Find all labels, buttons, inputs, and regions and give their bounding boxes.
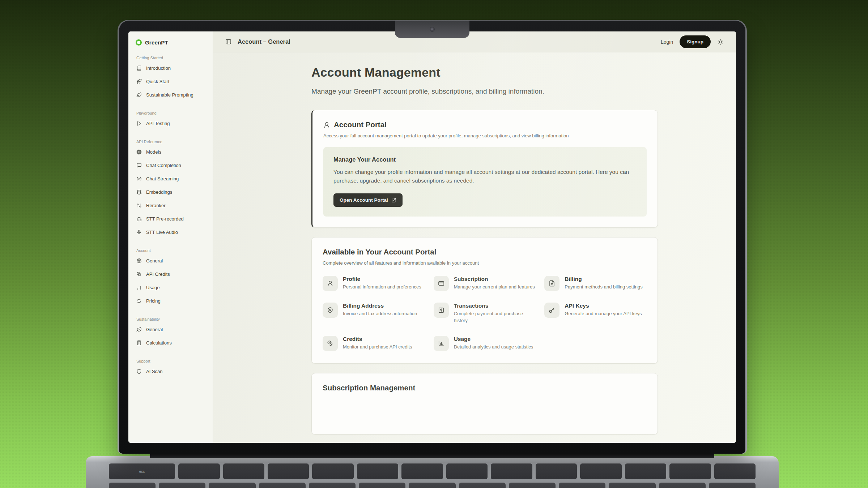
- feature-title: Profile: [343, 276, 421, 282]
- keyboard-key: [714, 463, 756, 479]
- bar-chart-icon: [136, 285, 142, 290]
- sidebar-item-label: Reranker: [146, 203, 165, 208]
- keyboard-key: 5: [359, 483, 405, 488]
- external-link-icon: [391, 198, 396, 203]
- sidebar-toggle-icon[interactable]: [225, 39, 231, 45]
- laptop-notch: [395, 21, 469, 38]
- account-portal-card-header: Account Portal: [323, 120, 647, 129]
- login-link[interactable]: Login: [661, 39, 673, 45]
- keyboard-key: [178, 463, 220, 479]
- sidebar-item-sustainable-prompting[interactable]: Sustainable Prompting: [134, 88, 207, 102]
- map-pin-icon: [327, 307, 333, 313]
- sidebar-item-account-general[interactable]: General: [134, 254, 207, 267]
- open-account-portal-button[interactable]: Open Account Portal: [333, 193, 403, 207]
- sidebar-item-api-testing[interactable]: API Testing: [134, 117, 207, 130]
- sidebar: GreenPT Getting Started Introduction Qui…: [128, 31, 213, 443]
- feature-iconbox: [323, 276, 338, 291]
- feature-profile: Profile Personal information and prefere…: [323, 276, 425, 291]
- keyboard-key: 3: [259, 483, 306, 488]
- sidebar-item-label: API Testing: [146, 121, 170, 126]
- keyboard-key: [536, 463, 577, 479]
- sidebar-item-chat-completion[interactable]: Chat Completion: [134, 159, 207, 172]
- sidebar-item-usage[interactable]: Usage: [134, 281, 207, 294]
- signup-button[interactable]: Signup: [680, 35, 711, 48]
- keyboard-key: `: [109, 483, 156, 488]
- subscription-management-card: Subscription Management: [311, 373, 658, 435]
- keyboard-key: 1: [159, 483, 205, 488]
- open-account-portal-label: Open Account Portal: [340, 197, 388, 203]
- feature-iconbox: [434, 303, 449, 318]
- sidebar-section-label: Getting Started: [134, 56, 207, 60]
- laptop-keyboard-deck: esc`1234567890-=tabqwertyuiop[]: [86, 456, 779, 488]
- keyboard-key: 7: [459, 483, 506, 488]
- sidebar-item-label: Calculations: [146, 340, 172, 346]
- sun-icon[interactable]: [717, 39, 724, 45]
- feature-title: API Keys: [565, 303, 642, 309]
- headphones-icon: [136, 216, 142, 222]
- shield-icon: [136, 369, 142, 374]
- gear-icon: [136, 258, 142, 264]
- feature-description: Generate and manage your API keys: [565, 311, 642, 317]
- feature-iconbox: [544, 276, 559, 291]
- feature-title: Credits: [343, 336, 412, 342]
- laptop-bezel: GreenPT Getting Started Introduction Qui…: [119, 21, 745, 454]
- dollar-icon: [136, 298, 142, 304]
- brand-logo[interactable]: GreenPT: [134, 39, 207, 46]
- chart-column-icon: [438, 340, 444, 347]
- sidebar-item-stt-pre-recorded[interactable]: STT Pre-recorded: [134, 212, 207, 226]
- keyboard-key: [491, 463, 532, 479]
- keyboard-key: 4: [309, 483, 356, 488]
- features-card: Available in Your Account Portal Complet…: [311, 237, 658, 364]
- sidebar-item-chat-streaming[interactable]: Chat Streaming: [134, 172, 207, 185]
- main-wrap: Account – General Login Signup Account M…: [213, 31, 736, 443]
- feature-api-keys: API Keys Generate and manage your API ke…: [544, 303, 647, 324]
- features-grid: Profile Personal information and prefere…: [323, 276, 647, 351]
- arrows-up-down-icon: [136, 203, 142, 208]
- page-subtitle: Manage your GreenPT account profile, sub…: [311, 87, 658, 95]
- sidebar-item-introduction[interactable]: Introduction: [134, 61, 207, 75]
- feature-title: Transactions: [454, 303, 536, 309]
- keyboard-key: [357, 463, 398, 479]
- feature-iconbox: [323, 303, 338, 318]
- sidebar-item-ai-scan[interactable]: AI Scan: [134, 365, 207, 378]
- sidebar-item-sustainability-general[interactable]: General: [134, 323, 207, 336]
- page-title: Account Management: [311, 65, 658, 80]
- sidebar-section-label: API Reference: [134, 140, 207, 144]
- content-column: Account Management Manage your GreenPT a…: [311, 65, 658, 435]
- topbar: Account – General Login Signup: [213, 31, 736, 52]
- keyboard-key: 0: [609, 483, 655, 488]
- page-breadcrumb-title: Account – General: [238, 38, 290, 45]
- sidebar-item-embeddings[interactable]: Embeddings: [134, 185, 207, 199]
- sidebar-section-sustainability: Sustainability General Calculations: [134, 317, 207, 350]
- sidebar-item-pricing[interactable]: Pricing: [134, 294, 207, 308]
- user-icon: [327, 280, 333, 287]
- feature-iconbox: [434, 336, 449, 351]
- feature-iconbox: [434, 276, 449, 291]
- coins-icon: [136, 271, 142, 277]
- book-icon: [136, 65, 142, 71]
- account-portal-description: Access your full account management port…: [323, 133, 647, 138]
- keyboard-key: [223, 463, 264, 479]
- sidebar-item-quick-start[interactable]: Quick Start: [134, 75, 207, 88]
- manage-account-title: Manage Your Account: [333, 156, 637, 163]
- sidebar-item-models[interactable]: Models: [134, 145, 207, 159]
- play-icon: [136, 121, 142, 126]
- account-portal-title: Account Portal: [334, 120, 387, 129]
- credit-card-icon: [438, 280, 444, 287]
- sidebar-section-label: Sustainability: [134, 317, 207, 321]
- sidebar-item-label: STT Live Audio: [146, 230, 178, 235]
- sidebar-item-label: Usage: [146, 285, 160, 290]
- keyboard-key: esc: [109, 463, 175, 479]
- sidebar-item-api-credits[interactable]: API Credits: [134, 267, 207, 281]
- sidebar-item-stt-live-audio[interactable]: STT Live Audio: [134, 226, 207, 239]
- feature-title: Billing: [565, 276, 642, 282]
- sidebar-section-label: Account: [134, 248, 207, 253]
- subscription-management-title: Subscription Management: [323, 384, 647, 392]
- layers-icon: [136, 189, 142, 195]
- keyboard: esc`1234567890-=tabqwertyuiop[]: [109, 463, 756, 488]
- sidebar-item-label: API Credits: [146, 271, 170, 277]
- sidebar-item-reranker[interactable]: Reranker: [134, 199, 207, 212]
- sidebar-item-calculations[interactable]: Calculations: [134, 336, 207, 350]
- keyboard-key: [580, 463, 621, 479]
- feature-description: Invoice and tax address information: [343, 311, 417, 317]
